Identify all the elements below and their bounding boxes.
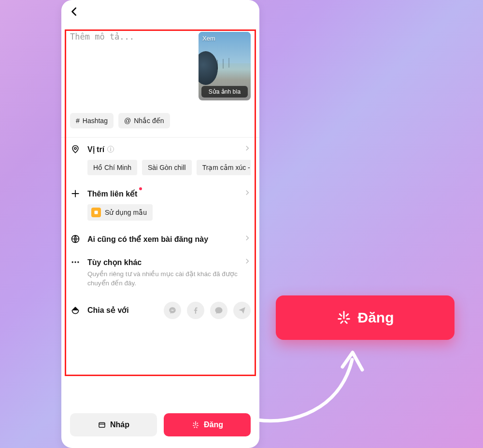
draft-label: Nháp bbox=[110, 420, 129, 429]
template-label: Sử dụng mẫu bbox=[105, 209, 147, 216]
phone-frame: Xem Sửa ảnh bìa # Hashtag @ Nhắc đến bbox=[61, 0, 259, 448]
chevron-right-icon bbox=[244, 145, 251, 154]
mention-button[interactable]: @ Nhắc đến bbox=[118, 113, 170, 128]
video-thumbnail[interactable]: Xem Sửa ảnh bìa bbox=[199, 32, 251, 100]
svg-line-23 bbox=[345, 322, 347, 323]
privacy-row[interactable]: Ai cũng có thể xem bài đăng này bbox=[61, 227, 259, 251]
location-row[interactable]: Vị trí i Hồ Chí Minh Sài Gòn chill Trạm … bbox=[61, 138, 259, 182]
sparkle-icon bbox=[337, 310, 351, 325]
hash-icon: # bbox=[76, 117, 80, 125]
location-suggestions: Hồ Chí Minh Sài Gòn chill Trạm cảm xúc -… bbox=[87, 160, 251, 175]
description-row: Xem Sửa ảnh bìa bbox=[61, 25, 259, 107]
thumbnail-view-label: Xem bbox=[202, 35, 215, 42]
location-chip[interactable]: Trạm cảm xúc - Cafe ru bbox=[197, 160, 251, 175]
chevron-right-icon bbox=[244, 235, 251, 243]
description-input[interactable] bbox=[70, 32, 193, 104]
svg-point-7 bbox=[77, 261, 79, 263]
svg-point-6 bbox=[74, 261, 76, 263]
location-title: Vị trí i bbox=[87, 145, 114, 154]
svg-rect-8 bbox=[99, 423, 105, 428]
pills-row: # Hashtag @ Nhắc đến bbox=[61, 107, 259, 137]
post-label: Đăng bbox=[204, 420, 223, 429]
mention-label: Nhắc đến bbox=[134, 117, 164, 125]
hashtag-button[interactable]: # Hashtag bbox=[70, 113, 114, 128]
post-button[interactable]: Đăng bbox=[164, 413, 251, 436]
svg-rect-3 bbox=[95, 211, 98, 214]
more-icon bbox=[70, 257, 81, 267]
callout-label: Đăng bbox=[358, 309, 394, 326]
annotation-arrow-icon bbox=[248, 338, 374, 430]
svg-line-19 bbox=[346, 314, 348, 316]
privacy-title: Ai cũng có thể xem bài đăng này bbox=[87, 235, 208, 244]
svg-line-22 bbox=[341, 322, 342, 323]
draft-button[interactable]: Nháp bbox=[70, 413, 157, 436]
plus-icon bbox=[70, 189, 81, 198]
chevron-right-icon bbox=[244, 258, 251, 266]
more-title: Tùy chọn khác bbox=[87, 258, 142, 267]
location-chip[interactable]: Sài Gòn chill bbox=[142, 160, 192, 175]
more-subtitle: Quyền riêng tư và nhiều mục cài đặt khác… bbox=[87, 270, 251, 288]
svg-line-16 bbox=[197, 427, 198, 428]
use-template-button[interactable]: Sử dụng mẫu bbox=[87, 204, 153, 221]
send-icon[interactable] bbox=[233, 302, 251, 319]
svg-line-11 bbox=[194, 423, 195, 424]
bottom-bar: Nháp Đăng bbox=[61, 413, 259, 448]
template-icon bbox=[91, 208, 101, 217]
svg-point-0 bbox=[74, 147, 76, 149]
add-link-row[interactable]: Thêm liên kết Sử dụng mẫu bbox=[61, 182, 259, 227]
share-icon bbox=[70, 306, 81, 315]
facebook-icon[interactable] bbox=[187, 302, 204, 319]
svg-point-5 bbox=[72, 261, 73, 263]
location-chip[interactable]: Hồ Chí Minh bbox=[87, 160, 137, 175]
svg-line-15 bbox=[194, 427, 195, 428]
share-row: Chia sẻ với bbox=[61, 295, 259, 326]
at-icon: @ bbox=[124, 117, 131, 125]
add-link-title: Thêm liên kết bbox=[87, 189, 137, 198]
svg-line-18 bbox=[340, 314, 341, 316]
callout-post-button[interactable]: Đăng bbox=[276, 295, 455, 340]
content-area: Xem Sửa ảnh bìa # Hashtag @ Nhắc đến bbox=[61, 25, 259, 413]
share-targets bbox=[164, 302, 251, 319]
header bbox=[61, 0, 259, 25]
messenger-icon[interactable] bbox=[164, 302, 181, 319]
chevron-right-icon bbox=[244, 189, 251, 198]
chat-icon[interactable] bbox=[210, 302, 227, 319]
globe-icon bbox=[70, 234, 81, 244]
share-title: Chia sẻ với bbox=[87, 306, 129, 315]
hashtag-label: Hashtag bbox=[83, 117, 108, 125]
location-pin-icon bbox=[70, 144, 81, 154]
info-icon: i bbox=[107, 146, 114, 153]
more-options-row[interactable]: Tùy chọn khác Quyền riêng tư và nhiều mụ… bbox=[61, 251, 259, 295]
svg-line-12 bbox=[197, 423, 198, 424]
notification-dot-icon bbox=[139, 187, 142, 190]
edit-cover-button[interactable]: Sửa ảnh bìa bbox=[201, 86, 248, 98]
back-icon[interactable] bbox=[69, 6, 80, 19]
